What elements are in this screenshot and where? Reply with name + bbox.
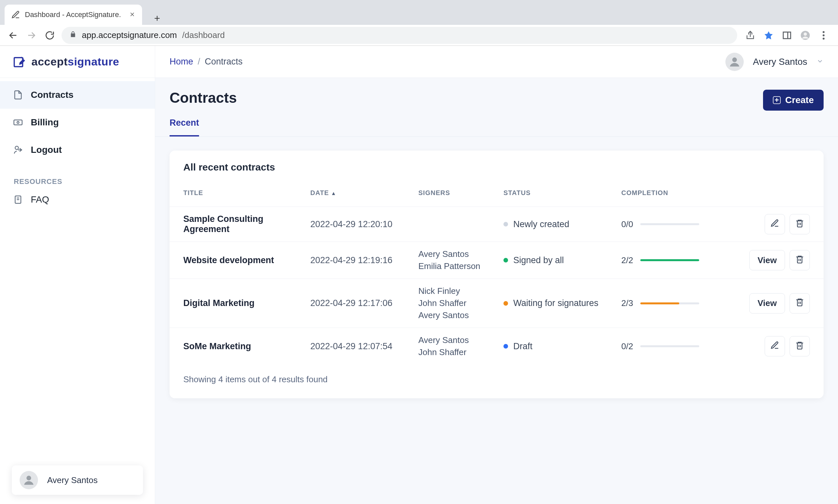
create-button[interactable]: + Create — [763, 90, 824, 111]
cell-status: Signed by all — [503, 242, 621, 279]
sidebar-item-logout[interactable]: Logout — [0, 136, 155, 164]
status-label: Newly created — [513, 219, 569, 230]
sidebar-item-label: Billing — [31, 117, 59, 128]
svg-point-11 — [26, 476, 31, 481]
status-label: Draft — [513, 341, 533, 352]
close-tab-icon[interactable] — [129, 10, 136, 20]
breadcrumb-home[interactable]: Home — [170, 57, 193, 67]
breadcrumb-separator: / — [198, 57, 200, 67]
status-dot-icon — [503, 258, 508, 263]
url-host: app.acceptsignature.com — [82, 30, 177, 40]
browser-chrome: Dashboard - AcceptSignature. app.accepts… — [0, 0, 838, 46]
trash-icon — [795, 255, 804, 266]
chevron-down-icon — [816, 58, 824, 66]
status-label: Signed by all — [513, 255, 564, 266]
view-button[interactable]: View — [749, 293, 785, 313]
edit-button[interactable] — [765, 336, 785, 356]
delete-button[interactable] — [789, 293, 810, 313]
omnibar: app.acceptsignature.com/dashboard — [0, 25, 838, 46]
trash-icon — [795, 341, 804, 352]
cell-completion: 2/2 — [621, 242, 729, 279]
signer-name: Avery Santos — [418, 310, 503, 320]
logout-icon — [13, 145, 23, 155]
tab-strip: Dashboard - AcceptSignature. — [0, 0, 838, 25]
brand-logo[interactable]: acceptsignature — [0, 46, 155, 78]
progress-fill — [640, 302, 679, 304]
sidebar-item-contracts[interactable]: Contracts — [0, 81, 155, 109]
sidebar-item-label: Logout — [31, 145, 62, 155]
table-footer: Showing 4 items out of 4 results found — [170, 364, 824, 397]
svg-rect-0 — [783, 32, 791, 39]
cell-completion: 2/3 — [621, 279, 729, 328]
svg-point-2 — [804, 32, 807, 36]
col-status[interactable]: STATUS — [503, 179, 621, 207]
cell-title: Digital Marketing — [170, 279, 310, 328]
address-bar[interactable]: app.acceptsignature.com/dashboard — [61, 27, 737, 44]
brand-mark-icon — [13, 55, 27, 69]
sidebar-user-card[interactable]: Avery Santos — [12, 465, 143, 495]
back-button[interactable] — [4, 26, 22, 44]
sidebar-section-resources: RESOURCES — [0, 177, 155, 186]
app-root: acceptsignature Contracts Billing Logout — [0, 46, 838, 504]
favicon-icon — [11, 10, 20, 19]
table-row: SoMe Marketing 2022-04-29 12:07:54 Avery… — [170, 328, 824, 365]
svg-point-3 — [823, 31, 824, 33]
signer-name: Emilia Patterson — [418, 261, 503, 271]
status-dot-icon — [503, 222, 508, 227]
cell-completion: 0/2 — [621, 328, 729, 365]
sidebar-item-faq[interactable]: FAQ — [0, 186, 155, 213]
faq-icon — [13, 195, 23, 204]
svg-rect-7 — [14, 120, 22, 125]
forward-button[interactable] — [22, 26, 40, 44]
avatar — [725, 53, 744, 71]
document-icon — [13, 90, 23, 100]
cell-date: 2022-04-29 12:07:54 — [310, 328, 418, 365]
completion-fraction: 0/0 — [621, 219, 633, 230]
kebab-menu-icon[interactable] — [815, 26, 833, 44]
col-signers[interactable]: SIGNERS — [418, 179, 503, 207]
browser-tab-title: Dashboard - AcceptSignature. — [25, 11, 124, 19]
edit-button[interactable] — [765, 214, 785, 234]
sidebar-item-billing[interactable]: Billing — [0, 109, 155, 136]
breadcrumb: Home / Contracts — [170, 57, 243, 67]
progress-bar — [640, 302, 699, 304]
delete-button[interactable] — [789, 336, 810, 356]
delete-button[interactable] — [789, 250, 810, 270]
progress-bar — [640, 223, 699, 225]
progress-fill — [640, 259, 699, 261]
status-dot-icon — [503, 344, 508, 348]
share-icon[interactable] — [741, 26, 760, 44]
col-date[interactable]: DATE▲ — [310, 179, 418, 207]
trash-icon — [795, 219, 804, 230]
svg-point-12 — [732, 57, 737, 62]
trash-icon — [795, 298, 804, 309]
signer-name: Avery Santos — [418, 249, 503, 259]
topbar-user[interactable]: Avery Santos — [725, 53, 824, 71]
cell-status: Waiting for signatures — [503, 279, 621, 328]
contracts-card: All recent contracts TITLE DATE▲ SIGNERS… — [170, 150, 824, 398]
sort-asc-icon: ▲ — [331, 191, 337, 196]
browser-tab[interactable]: Dashboard - AcceptSignature. — [4, 4, 142, 25]
cell-title: Sample Consulting Agreement — [170, 207, 310, 242]
brand-text-2: signature — [68, 55, 120, 68]
cell-signers: Nick FinleyJohn ShafferAvery Santos — [418, 279, 503, 328]
reload-button[interactable] — [40, 26, 59, 44]
cell-status: Newly created — [503, 207, 621, 242]
table-row: Sample Consulting Agreement 2022-04-29 1… — [170, 207, 824, 242]
tab-recent[interactable]: Recent — [170, 118, 199, 137]
panel-icon[interactable] — [778, 26, 796, 44]
view-button[interactable]: View — [749, 250, 785, 270]
signer-name: Avery Santos — [418, 335, 503, 345]
delete-button[interactable] — [789, 214, 810, 234]
new-tab-button[interactable] — [150, 12, 164, 25]
cell-actions — [729, 328, 824, 365]
cell-signers — [418, 207, 503, 242]
cell-date: 2022-04-29 12:17:06 — [310, 279, 418, 328]
page-title: Contracts — [170, 90, 237, 106]
profile-icon[interactable] — [796, 26, 815, 44]
page-header: Contracts + Create — [155, 78, 838, 111]
signer-name: Nick Finley — [418, 286, 503, 296]
bookmark-star-icon[interactable] — [760, 26, 778, 44]
col-completion[interactable]: COMPLETION — [621, 179, 729, 207]
col-title[interactable]: TITLE — [170, 179, 310, 207]
